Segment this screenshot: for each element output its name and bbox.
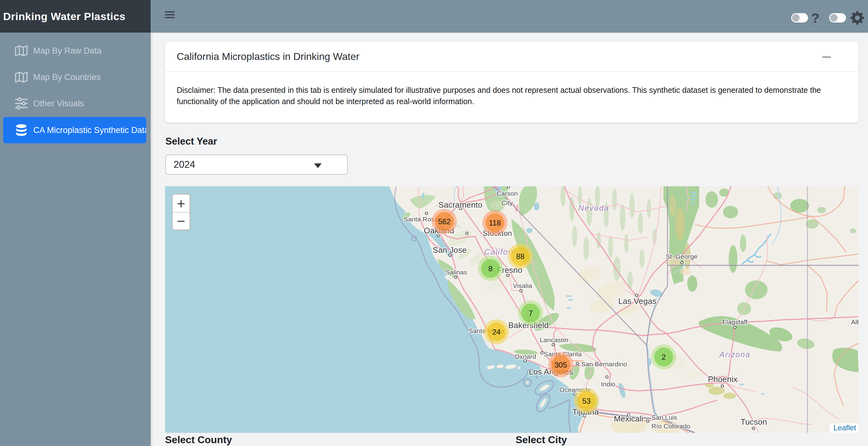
svg-text:Albuquerque: Albuquerque bbox=[851, 318, 859, 325]
svg-text:Lancaster: Lancaster bbox=[540, 336, 569, 344]
svg-text:7: 7 bbox=[528, 309, 532, 317]
svg-text:Flagstaff: Flagstaff bbox=[722, 318, 747, 325]
svg-text:City: City bbox=[501, 199, 513, 206]
svg-text:San Luis: San Luis bbox=[651, 414, 677, 421]
svg-text:Indio: Indio bbox=[601, 380, 615, 388]
svg-text:San Jose: San Jose bbox=[433, 245, 467, 255]
svg-text:Tucson: Tucson bbox=[741, 417, 767, 426]
svg-text:Las Vegas: Las Vegas bbox=[618, 296, 656, 306]
svg-text:San Bernardino: San Bernardino bbox=[581, 360, 627, 368]
svg-text:Visalia: Visalia bbox=[513, 282, 532, 289]
svg-text:Río Colorado: Río Colorado bbox=[651, 422, 690, 430]
svg-text:Nevada: Nevada bbox=[578, 203, 609, 212]
svg-text:St. George: St. George bbox=[665, 253, 698, 260]
svg-text:24: 24 bbox=[492, 328, 501, 336]
svg-text:Phoenix: Phoenix bbox=[708, 375, 738, 384]
svg-text:53: 53 bbox=[583, 397, 591, 405]
svg-text:Arizona: Arizona bbox=[719, 350, 751, 359]
svg-text:8: 8 bbox=[488, 264, 492, 273]
svg-text:Carson: Carson bbox=[496, 190, 518, 197]
svg-text:118: 118 bbox=[489, 219, 501, 227]
svg-text:88: 88 bbox=[516, 252, 525, 261]
svg-text:Sacramento: Sacramento bbox=[438, 200, 482, 210]
svg-text:305: 305 bbox=[555, 361, 567, 369]
svg-text:Salinas: Salinas bbox=[445, 268, 467, 276]
svg-text:Mexicali: Mexicali bbox=[614, 414, 643, 423]
svg-text:Oxnard: Oxnard bbox=[515, 353, 536, 360]
svg-text:2: 2 bbox=[661, 353, 665, 361]
svg-text:562: 562 bbox=[438, 217, 451, 226]
